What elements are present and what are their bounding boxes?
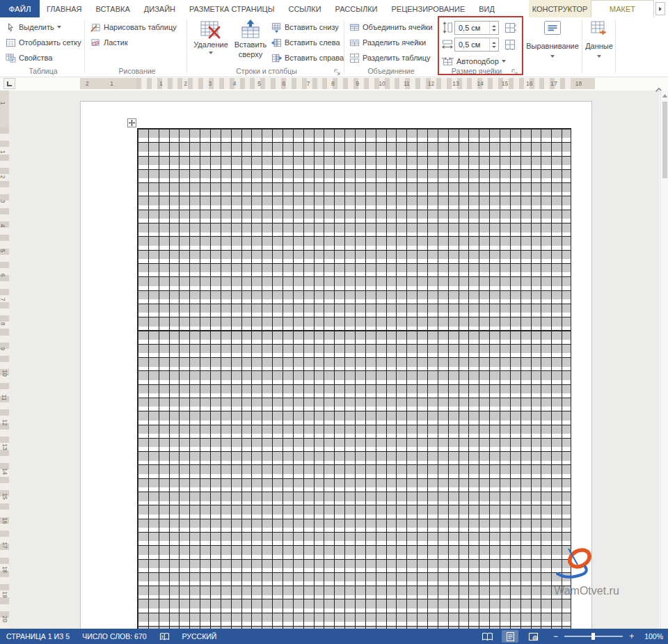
zoom-in-button[interactable]: + — [629, 632, 634, 641]
status-bar-right: − + 100% — [479, 629, 663, 644]
insert-right-button[interactable]: Вставить справа — [271, 52, 344, 64]
collapse-ribbon-button[interactable] — [655, 83, 665, 90]
page-indicator[interactable]: СТРАНИЦА 1 ИЗ 5 — [6, 632, 70, 641]
table-properties-icon — [6, 53, 16, 63]
dialog-launcher-icon — [334, 69, 342, 77]
tab-review[interactable]: РЕЦЕНЗИРОВАНИЕ — [384, 0, 472, 17]
select-button-label: Выделить — [19, 23, 54, 31]
status-bar: СТРАНИЦА 1 ИЗ 5 ЧИСЛО СЛОВ: 670 РУССКИЙ … — [0, 629, 668, 644]
cell-size-dialog-launcher[interactable] — [511, 67, 520, 75]
eraser-icon — [90, 38, 101, 48]
group-label-table: Таблица — [3, 67, 84, 75]
watermark: WamOtvet.ru — [538, 543, 642, 599]
gridlines-icon — [6, 38, 16, 48]
spinner-down-icon — [492, 29, 496, 31]
group-label-cell-size: Размер ячейки — [441, 67, 512, 75]
main-tabs: ГЛАВНАЯ ВСТАВКА ДИЗАЙН РАЗМЕТКА СТРАНИЦЫ… — [40, 0, 502, 17]
row-height-field[interactable] — [454, 21, 499, 35]
group-merge: Объединить ячейки Разделить ячейки Разде… — [347, 17, 436, 77]
chevron-down-icon — [209, 52, 213, 54]
alignment-button[interactable]: Выравнивание — [523, 19, 582, 58]
document-table-grid[interactable] — [137, 128, 571, 629]
group-separator — [615, 20, 616, 73]
insert-above-button[interactable]: Вставить сверху — [232, 19, 269, 58]
scrollbar-thumb[interactable] — [662, 102, 667, 178]
tab-page-layout[interactable]: РАЗМЕТКА СТРАНИЦЫ — [182, 0, 281, 17]
print-layout-button[interactable] — [502, 630, 518, 643]
zoom-out-button[interactable]: − — [553, 632, 558, 641]
spinner-up-icon — [492, 42, 496, 44]
column-width-field[interactable] — [454, 38, 499, 52]
tab-overflow-button[interactable] — [655, 2, 665, 15]
dialog-launcher-icon — [511, 69, 519, 77]
right-arrow-icon — [659, 7, 662, 11]
word-count[interactable]: ЧИСЛО СЛОВ: 670 — [82, 632, 146, 641]
tab-file[interactable]: ФАЙЛ — [0, 0, 40, 17]
vertical-scrollbar[interactable] — [660, 91, 668, 629]
insert-above-icon — [240, 19, 261, 39]
zoom-slider-thumb[interactable] — [591, 633, 595, 640]
spinner-up-icon — [492, 25, 496, 27]
group-separator — [84, 20, 85, 73]
row-height-input[interactable] — [455, 22, 489, 34]
tab-table-design[interactable]: КОНСТРУКТОР — [529, 0, 591, 17]
data-button[interactable]: Данные — [583, 19, 615, 58]
group-label-rows-columns: Строки и столбцы — [189, 67, 344, 75]
draw-table-button[interactable]: Нарисовать таблицу — [90, 21, 177, 33]
document-page — [80, 101, 592, 629]
select-button[interactable]: Выделить — [6, 21, 61, 33]
column-width-icon — [442, 39, 453, 50]
tab-insert[interactable]: ВСТАВКА — [88, 0, 136, 17]
split-cells-icon — [349, 38, 360, 48]
delete-button[interactable]: Удаление — [191, 19, 231, 54]
group-label-merge: Объединение — [347, 67, 436, 75]
proofing-status-icon[interactable] — [159, 632, 170, 641]
insert-below-label: Вставить снизу — [285, 23, 339, 31]
chevron-down-icon — [550, 55, 555, 58]
autofit-icon — [442, 57, 454, 66]
tab-home[interactable]: ГЛАВНАЯ — [40, 0, 88, 17]
group-data: Данные — [583, 17, 615, 77]
ruler-right-margin — [571, 78, 595, 89]
group-draw: Нарисовать таблицу Ластик Рисование — [88, 17, 186, 77]
group-label-draw: Рисование — [88, 67, 186, 75]
insert-left-button[interactable]: Вставить слева — [271, 36, 340, 49]
tab-mailings[interactable]: РАССЫЛКИ — [328, 0, 385, 17]
split-cells-button[interactable]: Разделить ячейки — [349, 36, 426, 49]
table-move-handle[interactable] — [127, 118, 136, 127]
tab-design[interactable]: ДИЗАЙН — [137, 0, 182, 17]
delete-table-icon — [200, 19, 221, 39]
group-rows-columns: Удаление Вставить сверху Вставить снизу … — [189, 17, 344, 77]
left-tab-stop-icon — [7, 81, 12, 86]
rows-columns-dialog-launcher[interactable] — [334, 67, 342, 75]
row-height-spinner[interactable] — [489, 22, 498, 34]
column-width-spinner[interactable] — [489, 38, 498, 51]
alignment-label: Выравнивание — [526, 42, 579, 50]
autofit-button[interactable]: Автоподбор — [442, 55, 506, 68]
view-gridlines-button[interactable]: Отобразить сетку — [6, 36, 81, 49]
tab-view[interactable]: ВИД — [472, 0, 502, 17]
row-height-icon — [442, 22, 453, 34]
web-layout-button[interactable] — [525, 630, 541, 643]
print-layout-icon — [506, 631, 515, 642]
eraser-button[interactable]: Ластик — [90, 36, 128, 49]
tab-table-layout-active[interactable]: МАКЕТ — [591, 0, 654, 17]
insert-right-icon — [271, 53, 282, 63]
tab-file-label: ФАЙЛ — [9, 5, 31, 13]
group-separator — [582, 20, 582, 73]
vertical-ruler[interactable]: 11234567891011121314151617181920 — [0, 91, 9, 629]
properties-button[interactable]: Свойства — [6, 52, 52, 64]
insert-below-button[interactable]: Вставить снизу — [271, 21, 339, 33]
merge-cells-button[interactable]: Объединить ячейки — [349, 21, 433, 33]
data-label: Данные — [585, 42, 613, 50]
language-indicator[interactable]: РУССКИЙ — [182, 632, 217, 641]
split-table-button[interactable]: Разделить таблицу — [349, 52, 431, 64]
horizontal-ruler[interactable]: 21123456789101112131415161718 — [80, 78, 595, 89]
zoom-slider[interactable] — [564, 632, 623, 641]
read-mode-button[interactable] — [479, 630, 495, 643]
chevron-down-icon — [502, 60, 506, 63]
zoom-level[interactable]: 100% — [644, 632, 663, 641]
tab-stop-selector[interactable] — [3, 78, 15, 89]
tab-references[interactable]: ССЫЛКИ — [281, 0, 328, 17]
column-width-input[interactable] — [455, 38, 489, 51]
